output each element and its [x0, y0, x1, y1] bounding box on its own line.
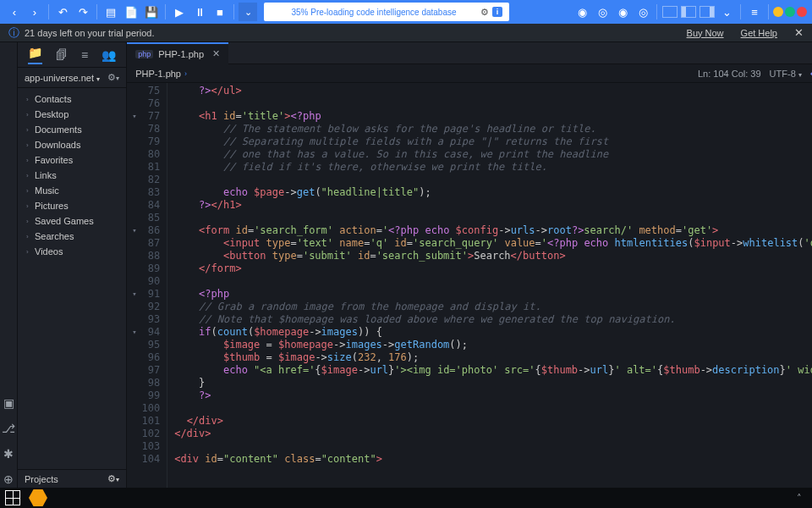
lang-badge: php: [135, 50, 153, 58]
code-content[interactable]: ?></ul> <h1 id='title'><?php // The stat…: [167, 83, 812, 488]
record-icon[interactable]: ◉: [573, 3, 591, 21]
sidebar-tabs: 📁 🗐 ≡ 👥: [18, 42, 126, 68]
project-gear-icon[interactable]: ⚙▾: [107, 72, 119, 83]
tree-item[interactable]: › Saved Games: [18, 213, 126, 229]
trial-close-icon[interactable]: ✕: [794, 26, 804, 39]
trial-message: 21 days left on your trial period.: [25, 28, 154, 38]
tree-item[interactable]: › Searches: [18, 229, 126, 244]
cursor-position[interactable]: Ln: 104 Col: 39: [698, 69, 761, 79]
project-name: app-universe.net: [25, 73, 94, 83]
info-icon: ⓘ: [8, 25, 19, 41]
menu-icon[interactable]: ≡: [745, 3, 764, 21]
breadcrumb-bar: PHP-1.php › Ln: 104 Col: 39 UTF-8 ▾ ◆ PH…: [127, 64, 812, 83]
tree-item[interactable]: › Documents: [18, 122, 126, 137]
folder-tab-icon[interactable]: 📁: [28, 46, 42, 64]
sidebar: 📁 🗐 ≡ 👥 app-universe.net▾ ⚙▾ › Contacts›…: [18, 42, 127, 488]
search-info-icon[interactable]: i: [492, 7, 502, 17]
new-file-button[interactable]: ▤: [102, 3, 120, 21]
line-number-gutter: 757677▾787980818283848586▾8788899091▾929…: [127, 83, 167, 488]
windows-start-button[interactable]: [5, 490, 20, 505]
nav-back-button[interactable]: ‹: [5, 3, 24, 21]
files-tab-icon[interactable]: 🗐: [56, 48, 68, 62]
encoding-label[interactable]: UTF-8: [770, 69, 796, 79]
app-taskbar-icon[interactable]: [29, 489, 47, 507]
main-toolbar: ‹ › ↶ ↷ ▤ 📄 💾 ▶ ⏸ ■ ⌄ 35% Pre-loading co…: [0, 0, 812, 24]
play-button[interactable]: ▶: [170, 3, 189, 21]
minimize-button[interactable]: [773, 7, 783, 17]
tree-item[interactable]: › Contacts: [18, 91, 126, 107]
project-header[interactable]: app-universe.net▾ ⚙▾: [18, 68, 126, 88]
stop-button[interactable]: ■: [211, 3, 229, 21]
search-progress-text: 35% Pre-loading code intelligence databa…: [271, 8, 477, 17]
pause-button[interactable]: ⏸: [190, 3, 209, 21]
layout-left-button[interactable]: [681, 6, 696, 18]
chart-icon[interactable]: ▣: [0, 395, 17, 411]
close-window-button[interactable]: [797, 7, 807, 17]
editor-tabbar: php PHP-1.php ✕ ⤢ ＋: [127, 42, 812, 64]
open-file-button[interactable]: 📄: [122, 3, 140, 21]
circle-icon-2[interactable]: ◉: [613, 3, 632, 21]
tree-item[interactable]: › Pictures: [18, 198, 126, 213]
circle-icon-1[interactable]: ◎: [593, 3, 612, 21]
left-icon-strip: ▣ ⎇ ✱ ⊕: [0, 42, 18, 488]
tree-item[interactable]: › Videos: [18, 244, 126, 259]
star-icon[interactable]: ✱: [0, 445, 17, 462]
circle-icon-3[interactable]: ◎: [634, 3, 652, 21]
projects-label: Projects: [25, 474, 58, 484]
undo-button[interactable]: ↶: [53, 3, 72, 21]
nav-forward-button[interactable]: ›: [25, 3, 44, 21]
redo-button[interactable]: ↷: [74, 3, 92, 21]
layout-right-button[interactable]: [700, 6, 715, 18]
people-tab-icon[interactable]: 👥: [102, 48, 116, 62]
branch-icon[interactable]: ⎇: [0, 420, 17, 437]
tree-item[interactable]: › Music: [18, 183, 126, 198]
sidebar-footer: Projects ⚙▾: [18, 469, 126, 488]
layout-dropdown[interactable]: ⌄: [717, 3, 736, 21]
layout-full-button[interactable]: [662, 6, 678, 18]
trial-notification-bar: ⓘ 21 days left on your trial period. Buy…: [0, 24, 812, 42]
maximize-button[interactable]: [785, 7, 795, 17]
get-help-link[interactable]: Get Help: [741, 28, 777, 38]
chevron-right-icon: ›: [184, 69, 187, 78]
search-box[interactable]: 35% Pre-loading code intelligence databa…: [264, 3, 509, 21]
editor-panel: php PHP-1.php ✕ ⤢ ＋ PHP-1.php › Ln: 104 …: [127, 42, 812, 488]
tab-close-icon[interactable]: ✕: [212, 48, 220, 59]
tray-up-icon[interactable]: ˄: [797, 493, 802, 504]
globe-icon[interactable]: ⊕: [0, 471, 17, 488]
tree-item[interactable]: › Links: [18, 168, 126, 183]
breadcrumb-file[interactable]: PHP-1.php: [135, 69, 181, 79]
buy-now-link[interactable]: Buy Now: [687, 28, 724, 38]
tree-item[interactable]: › Desktop: [18, 107, 126, 122]
database-tab-icon[interactable]: ≡: [81, 48, 88, 62]
tree-item[interactable]: › Downloads: [18, 137, 126, 152]
save-button[interactable]: 💾: [142, 3, 161, 21]
code-editor[interactable]: 757677▾787980818283848586▾8788899091▾929…: [127, 83, 812, 488]
file-tree: › Contacts› Desktop› Documents› Download…: [18, 88, 126, 469]
toolbar-dropdown[interactable]: ⌄: [239, 3, 257, 21]
file-tab[interactable]: php PHP-1.php ✕: [127, 42, 228, 64]
tab-filename: PHP-1.php: [158, 49, 204, 59]
search-gear-icon[interactable]: ⚙: [480, 7, 489, 18]
tree-item[interactable]: › Favorites: [18, 152, 126, 168]
windows-taskbar: ˄: [0, 488, 812, 508]
projects-gear-icon[interactable]: ⚙▾: [107, 473, 119, 484]
